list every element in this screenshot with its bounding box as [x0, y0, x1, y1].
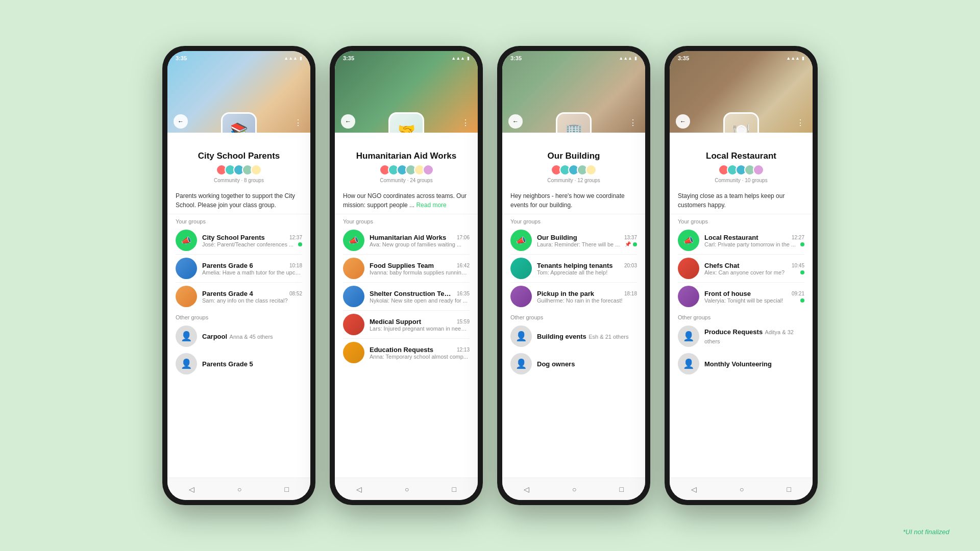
- phone-screen: 3:35 ▲▲▲ ▮ ← ⋮ 📚 City School Parents: [167, 51, 310, 500]
- other-group-item[interactable]: 👤 Parents Grade 5: [167, 350, 310, 378]
- group-item[interactable]: Shelter Construction Team 16:35 Nykolai:…: [335, 283, 478, 310]
- phone-content: Local Restaurant Community · 10 groups S…: [670, 133, 813, 500]
- status-bar: 3:35 ▲▲▲ ▮: [510, 55, 637, 61]
- more-button[interactable]: ⋮: [459, 116, 472, 129]
- group-members: Anna & 45 others: [230, 334, 273, 340]
- your-groups-label: Your groups: [335, 214, 478, 227]
- other-group-name: Carpool: [202, 333, 227, 340]
- back-button[interactable]: ←: [676, 114, 690, 129]
- nav-back-button[interactable]: ◁: [348, 481, 370, 497]
- nav-recent-button[interactable]: □: [779, 481, 799, 497]
- other-group-item[interactable]: 👤 Building events Esh & 21 others: [502, 322, 645, 350]
- groups-section: Your groups 📣 City School Parents 12:37 …: [167, 214, 310, 478]
- status-time: 3:35: [678, 55, 689, 61]
- other-group-item[interactable]: 👤 Monthly Volunteering: [670, 350, 813, 378]
- group-members: Esh & 21 others: [589, 334, 628, 340]
- pin-icon: 📌: [625, 241, 631, 247]
- community-info: Humanitarian Aid Works Community · 24 gr…: [335, 151, 478, 187]
- other-group-name: Produce Requests: [704, 328, 763, 336]
- group-name: Pickup in the park: [537, 290, 621, 297]
- your-groups-label: Your groups: [167, 214, 310, 227]
- group-message: Ava: New group of families waiting ...: [370, 241, 470, 247]
- nav-home-button[interactable]: ○: [397, 481, 417, 497]
- group-item[interactable]: 📣 Local Restaurant 12:27 Carl: Private p…: [670, 227, 813, 254]
- group-item[interactable]: Parents Grade 4 08:52 Sam: any info on t…: [167, 283, 310, 310]
- status-icons: ▲▲▲ ▮: [284, 56, 302, 61]
- group-item[interactable]: Medical Support 15:59 Lars: Injured preg…: [335, 311, 478, 338]
- group-avatar: [176, 286, 197, 307]
- back-button[interactable]: ←: [341, 114, 355, 129]
- other-group-name: Parents Grade 5: [202, 360, 253, 368]
- watermark-text: *UI not finalized: [903, 528, 949, 536]
- other-group-item[interactable]: 👤 Dog owners: [502, 350, 645, 378]
- signal-icon: ▲▲▲: [451, 56, 465, 61]
- status-icons: ▲▲▲ ▮: [786, 56, 804, 61]
- group-avatar: [510, 286, 532, 307]
- nav-home-button[interactable]: ○: [564, 481, 584, 497]
- community-icon: 🤝: [388, 112, 424, 133]
- nav-back-button[interactable]: ◁: [683, 481, 705, 497]
- nav-recent-button[interactable]: □: [611, 481, 632, 497]
- group-avatar: 📣: [510, 230, 532, 251]
- group-info: Local Restaurant 12:27 Carl: Private par…: [704, 234, 804, 247]
- community-meta: Community · 8 groups: [176, 178, 302, 183]
- group-name: Local Restaurant: [704, 234, 789, 241]
- member-avatars: [510, 164, 637, 176]
- group-info: Medical Support 15:59 Lars: Injured preg…: [370, 318, 470, 332]
- group-item[interactable]: Food Supplies Team 16:42 Ivanna: baby fo…: [335, 255, 478, 282]
- group-item[interactable]: Chefs Chat 10:45 Alex: Can anyone cover …: [670, 255, 813, 282]
- group-message: Nykolai: New site open and ready for ...: [370, 297, 470, 304]
- status-time: 3:35: [176, 55, 187, 61]
- placeholder-avatar: 👤: [678, 353, 699, 374]
- group-avatar: 📣: [678, 230, 699, 251]
- your-groups-label: Your groups: [670, 214, 813, 227]
- status-icons: ▲▲▲ ▮: [451, 56, 470, 61]
- group-info: Parents Grade 6 10:18 Amelia: Have a mat…: [202, 262, 302, 276]
- group-item[interactable]: Front of house 09:21 Valeryia: Tonight w…: [670, 283, 813, 310]
- more-button[interactable]: ⋮: [627, 116, 639, 129]
- group-item[interactable]: Parents Grade 6 10:18 Amelia: Have a mat…: [167, 255, 310, 282]
- phone-our-building: 3:35 ▲▲▲ ▮ ← ⋮ 🏢 Our Building: [497, 46, 650, 505]
- group-time: 12:27: [792, 235, 804, 240]
- group-item[interactable]: Education Requests 12:13 Anna: Temporary…: [335, 339, 478, 366]
- group-name: City School Parents: [202, 234, 286, 241]
- nav-back-button[interactable]: ◁: [516, 481, 537, 497]
- community-name: City School Parents: [176, 151, 302, 161]
- group-info: Parents Grade 5: [202, 359, 302, 368]
- group-time: 15:59: [457, 319, 470, 324]
- placeholder-avatar: 👤: [510, 325, 532, 347]
- group-item[interactable]: 📣 City School Parents 12:37 José: Parent…: [167, 227, 310, 254]
- other-group-item[interactable]: 👤 Carpool Anna & 45 others: [167, 322, 310, 350]
- member-avatar: [753, 164, 764, 176]
- group-item[interactable]: 📣 Our Building 13:37 Laura: Reminder: Th…: [502, 227, 645, 254]
- battery-icon: ▮: [634, 56, 637, 61]
- more-button[interactable]: ⋮: [292, 116, 304, 129]
- group-info: Tenants helping tenants 20:03 Tom: Appre…: [537, 262, 637, 276]
- group-message: Ivanna: baby formula supplies running ..…: [370, 269, 470, 276]
- group-item[interactable]: Pickup in the park 18:18 Guilherme: No r…: [502, 283, 645, 310]
- group-info: Chefs Chat 10:45 Alex: Can anyone cover …: [704, 262, 804, 276]
- community-description: How our NGO coordinates across teams. Ou…: [335, 187, 478, 214]
- community-info: City School Parents Community · 8 groups: [167, 151, 310, 187]
- back-button[interactable]: ←: [508, 114, 523, 129]
- group-info: Carpool Anna & 45 others: [202, 332, 302, 341]
- read-more-link[interactable]: Read more: [416, 202, 446, 209]
- nav-home-button[interactable]: ○: [229, 481, 250, 497]
- group-item[interactable]: 📣 Humanitarian Aid Works 17:06 Ava: New …: [335, 227, 478, 254]
- nav-recent-button[interactable]: □: [444, 481, 464, 497]
- nav-recent-button[interactable]: □: [277, 481, 297, 497]
- group-avatar: [343, 314, 364, 335]
- signal-icon: ▲▲▲: [619, 56, 632, 61]
- community-name: Humanitarian Aid Works: [343, 151, 470, 161]
- group-item[interactable]: Tenants helping tenants 20:03 Tom: Appre…: [502, 255, 645, 282]
- back-button[interactable]: ←: [174, 114, 188, 129]
- other-group-item[interactable]: 👤 Produce Requests Aditya & 32 others: [670, 322, 813, 350]
- more-button[interactable]: ⋮: [794, 116, 806, 129]
- group-time: 08:52: [289, 291, 302, 296]
- group-name: Parents Grade 4: [202, 290, 286, 297]
- nav-back-button[interactable]: ◁: [181, 481, 203, 497]
- nav-home-button[interactable]: ○: [731, 481, 752, 497]
- community-name: Local Restaurant: [678, 151, 804, 161]
- member-avatar: [251, 164, 262, 176]
- member-avatar: [585, 164, 597, 176]
